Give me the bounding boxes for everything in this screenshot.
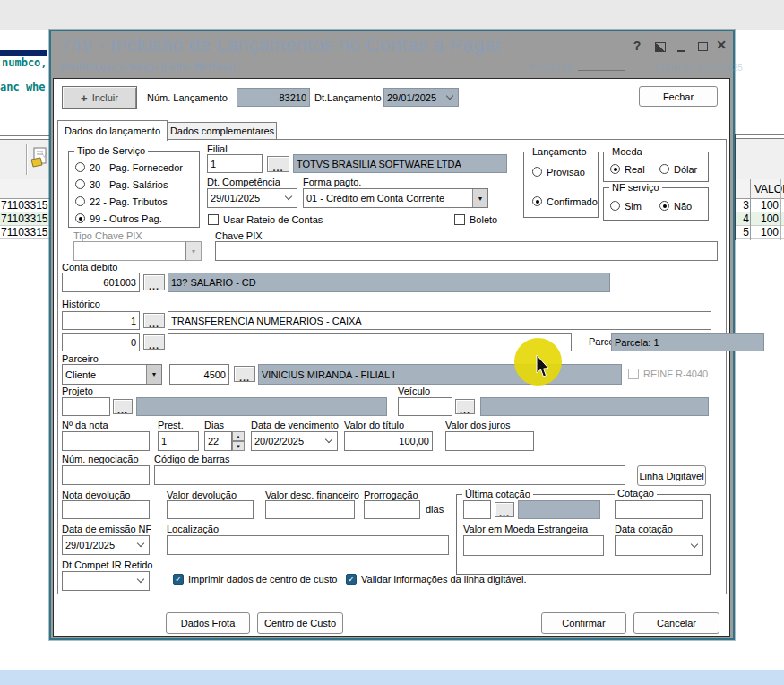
conta-debito-browse-button[interactable]: ...: [143, 274, 165, 290]
grid-vline: [735, 134, 736, 240]
tipo-chave-pix-label: Tipo Chave PIX: [73, 230, 142, 241]
confirmar-button[interactable]: Confirmar: [541, 612, 626, 634]
table-row[interactable]: 3 100: [736, 199, 784, 212]
restore-icon[interactable]: [653, 39, 668, 54]
data-vencimento-field[interactable]: 20/02/2025: [251, 431, 338, 451]
help-icon[interactable]: ?: [630, 39, 644, 53]
reinf-checkbox[interactable]: REINF R-4040: [628, 369, 708, 379]
boleto-checkbox[interactable]: Boleto: [454, 214, 497, 225]
valor-devolucao-field[interactable]: [167, 500, 254, 519]
num-negociacao-field[interactable]: [62, 465, 150, 485]
ultima-cotacao-browse-button[interactable]: ...: [495, 502, 514, 517]
codigo-barras-field[interactable]: [154, 465, 625, 485]
historico-browse-button-2[interactable]: ...: [143, 334, 165, 350]
desktop-top-strip: [0, 0, 784, 30]
radio-dolar[interactable]: Dólar: [659, 163, 697, 175]
valor-juros-field[interactable]: [445, 431, 534, 451]
minimize-icon[interactable]: [674, 44, 688, 58]
conta-debito-name-field: 13? SALARIO - CD: [168, 273, 610, 292]
radio-pag-fornecedor[interactable]: 20 - Pag. Fornecedor: [75, 161, 183, 173]
dropdown-arrow-icon[interactable]: ▼: [472, 189, 487, 207]
maximize-glyph: [698, 42, 708, 51]
projeto-code-field[interactable]: [62, 397, 110, 416]
tab-dados-complementares[interactable]: Dados complementares: [168, 122, 277, 139]
projeto-browse-button[interactable]: ...: [113, 399, 133, 414]
radio-selected-icon: [532, 196, 542, 206]
radio-nf-sim[interactable]: Sim: [610, 200, 642, 212]
chave-pix-field[interactable]: [215, 241, 718, 261]
radio-real[interactable]: Real: [610, 163, 645, 175]
radio-pag-tributos[interactable]: 22 - Pag. Tributos: [75, 195, 168, 207]
linha-digitavel-button[interactable]: Linha Digitável: [637, 465, 706, 486]
prorrogacao-field[interactable]: [364, 500, 420, 519]
valor-desc-field[interactable]: [265, 500, 355, 519]
tab-dados-lancamento[interactable]: Dados do lançamento: [57, 120, 168, 141]
usar-rateio-checkbox[interactable]: Usar Rateio de Contas: [208, 214, 323, 225]
historico-code-field-2[interactable]: 0: [62, 333, 140, 351]
spin-up-icon[interactable]: ▲: [232, 431, 245, 441]
projeto-name-field: [136, 397, 387, 416]
table-row[interactable]: 71103315: [0, 199, 49, 212]
filial-browse-button[interactable]: ...: [267, 156, 289, 172]
dialog: + Incluir Núm. Lançamento 83210 Dt.Lança…: [53, 78, 730, 637]
tipo-servico-legend: Tipo de Serviço: [74, 145, 148, 157]
dropdown-arrow-icon[interactable]: ▼: [146, 365, 161, 384]
dias-spinner[interactable]: ▲ ▼: [232, 431, 245, 451]
dados-frota-button[interactable]: Dados Frota: [166, 612, 250, 634]
radio-confirmado[interactable]: Confirmado: [532, 195, 598, 207]
dt-competencia-field[interactable]: 29/01/2025: [207, 188, 297, 208]
historico-browse-button-1[interactable]: ...: [143, 313, 165, 328]
parceiro-code-field[interactable]: 4500: [169, 364, 229, 385]
cancelar-button[interactable]: Cancelar: [633, 612, 719, 634]
maximize-icon[interactable]: [695, 39, 710, 54]
historico-text-field-1[interactable]: TRANSFERENCIA NUMERARIOS - CAIXA: [168, 311, 711, 330]
toolbar-dropdown-icon[interactable]: ▽: [41, 150, 47, 159]
parceiro-tipo-dropdown[interactable]: Cliente ▼: [62, 364, 162, 385]
close-icon[interactable]: ✕: [714, 38, 728, 52]
table-row[interactable]: 4 100: [736, 212, 784, 226]
cotacao-field[interactable]: [615, 500, 703, 519]
radio-pag-salarios[interactable]: 30 - Pag. Salários: [75, 178, 168, 190]
table-row[interactable]: 71103315: [0, 226, 49, 239]
imprimir-centro-custo-checkbox[interactable]: ✓ Imprimir dados de centro de custo: [173, 574, 337, 585]
table-row[interactable]: 71103315: [0, 212, 49, 226]
incluir-button[interactable]: + Incluir: [62, 86, 137, 109]
ultima-cotacao-code-field[interactable]: [463, 500, 491, 519]
valor-titulo-field[interactable]: 100,00: [344, 431, 433, 451]
forma-pagto-dropdown[interactable]: 01 - Crédito em Conta Corrente ▼: [303, 188, 488, 208]
row-number: 5: [736, 226, 749, 238]
prest-field[interactable]: 1: [158, 431, 199, 451]
conta-debito-code-field[interactable]: 601003: [62, 273, 140, 292]
checkbox-icon: [628, 369, 639, 379]
nota-devolucao-field[interactable]: [62, 500, 150, 519]
chave-pix-label: Chave PIX: [215, 230, 263, 241]
spin-down-icon[interactable]: ▼: [232, 441, 245, 451]
validar-linha-checkbox[interactable]: ✓ Validar informações da linha digitável…: [346, 574, 526, 585]
radio-provisao[interactable]: Provisão: [532, 166, 585, 178]
data-cotacao-field[interactable]: [615, 535, 703, 556]
dias-field[interactable]: 22: [204, 431, 232, 451]
valor-moeda-estrangeira-field[interactable]: [463, 535, 604, 556]
historico-code-field-1[interactable]: 1: [62, 311, 140, 330]
radio-outros-pag[interactable]: 99 - Outros Pag.: [75, 212, 162, 224]
chevron-down-icon: [137, 540, 144, 547]
fechar-button[interactable]: Fechar: [639, 86, 718, 107]
localizacao-field[interactable]: [167, 535, 449, 555]
table-row[interactable]: 5 100: [736, 226, 784, 239]
data-vencimento-label: Data de vencimento: [251, 420, 339, 430]
centro-custo-button[interactable]: Centro de Custo: [257, 612, 343, 634]
veiculo-code-field[interactable]: [398, 397, 452, 416]
dt-lancamento-field[interactable]: 29/01/2025: [383, 88, 459, 107]
historico-text-field-2[interactable]: [168, 333, 572, 351]
data-emissao-nf-field[interactable]: 29/01/2025: [62, 535, 150, 555]
filial-code-field[interactable]: 1: [207, 154, 263, 173]
veiculo-browse-button[interactable]: ...: [455, 399, 475, 414]
num-nota-field[interactable]: [62, 431, 150, 451]
dt-compet-ir-field[interactable]: [62, 571, 150, 591]
dropdown-arrow-icon[interactable]: ▼: [185, 242, 201, 260]
radio-nf-nao[interactable]: Não: [659, 200, 692, 212]
window-ghost-code: PCSIS749: [530, 63, 572, 73]
forma-pagto-label: Forma pagto.: [303, 177, 361, 187]
parceiro-browse-button[interactable]: ...: [234, 366, 255, 382]
tipo-chave-pix-dropdown[interactable]: ▼: [73, 241, 202, 261]
